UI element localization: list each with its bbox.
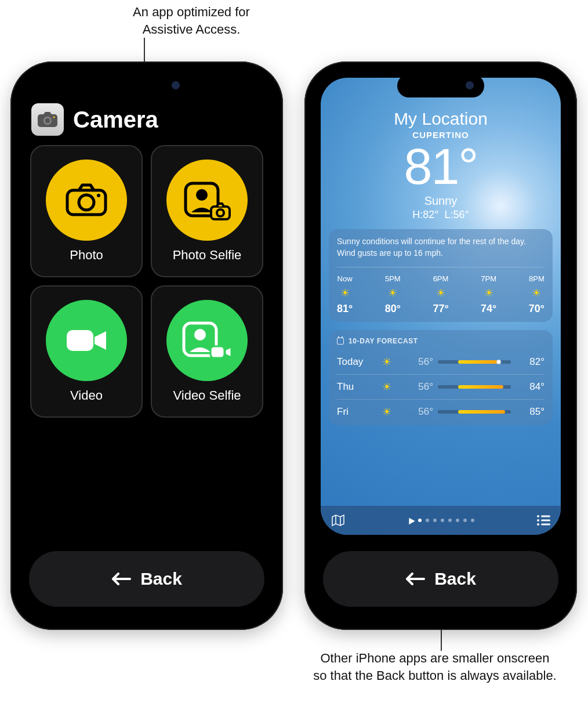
forecast-day-row: Today☀︎56°82° bbox=[337, 350, 545, 374]
sun-icon: ☀︎ bbox=[484, 287, 493, 299]
day-low: 56° bbox=[404, 356, 433, 368]
camera-tile-photo-selfie[interactable]: Photo Selfie bbox=[151, 145, 263, 277]
hourly-item: 5PM☀︎80° bbox=[385, 274, 401, 315]
svg-point-5 bbox=[79, 195, 94, 210]
callout-top: An app optimized for Assistive Access. bbox=[116, 3, 267, 38]
temp-range-bar bbox=[438, 360, 511, 364]
hour-time: 8PM bbox=[529, 274, 545, 283]
day-name: Thu bbox=[337, 381, 378, 393]
svg-point-6 bbox=[97, 194, 100, 197]
weather-current-temp: 81° bbox=[321, 141, 561, 192]
video-icon bbox=[46, 300, 127, 381]
camera-app-screen: Camera Photo bbox=[19, 70, 275, 622]
hourly-item: 8PM☀︎70° bbox=[529, 274, 545, 315]
svg-point-2 bbox=[45, 118, 50, 124]
arrow-left-icon bbox=[405, 573, 425, 585]
hour-time: 7PM bbox=[481, 274, 496, 283]
weather-app-screen: My Location CUPERTINO 81° Sunny H:82° L:… bbox=[313, 70, 569, 622]
weather-location-label: My Location bbox=[321, 109, 561, 129]
callout-bottom: Other iPhone apps are smaller onscreen s… bbox=[313, 650, 557, 684]
back-button[interactable]: Back bbox=[323, 551, 558, 607]
tile-label: Video bbox=[70, 388, 103, 403]
forecast-day-row: Fri☀︎56°85° bbox=[337, 399, 545, 424]
sun-icon: ☀︎ bbox=[382, 356, 400, 368]
ten-day-title: 10-DAY FORECAST bbox=[349, 337, 418, 345]
svg-point-19 bbox=[537, 523, 539, 526]
hour-time: Now bbox=[337, 274, 353, 283]
hour-temp: 77° bbox=[433, 303, 448, 315]
temp-range-bar bbox=[438, 410, 511, 414]
hourly-item: 6PM☀︎77° bbox=[433, 274, 448, 315]
forecast-day-row: Thu☀︎56°84° bbox=[337, 374, 545, 399]
hourly-item: 7PM☀︎74° bbox=[481, 274, 496, 315]
tile-label: Video Selfie bbox=[173, 388, 241, 403]
sun-icon: ☀︎ bbox=[382, 405, 400, 418]
arrow-left-icon bbox=[111, 573, 131, 585]
page-dots[interactable] bbox=[407, 517, 474, 523]
selfie-video-icon bbox=[166, 300, 248, 381]
camera-tile-video[interactable]: Video bbox=[30, 285, 143, 418]
day-name: Fri bbox=[337, 406, 378, 418]
svg-rect-11 bbox=[67, 330, 93, 351]
weather-condition: Sunny bbox=[321, 194, 561, 208]
sun-icon: ☀︎ bbox=[382, 381, 400, 393]
sun-icon: ☀︎ bbox=[436, 287, 445, 299]
svg-point-17 bbox=[537, 519, 539, 521]
hour-time: 5PM bbox=[385, 274, 401, 283]
selfie-photo-icon bbox=[166, 160, 248, 241]
tile-label: Photo Selfie bbox=[173, 248, 242, 263]
hour-temp: 81° bbox=[337, 303, 353, 315]
back-button[interactable]: Back bbox=[29, 551, 264, 607]
day-low: 56° bbox=[404, 406, 433, 418]
dynamic-island bbox=[103, 74, 190, 97]
day-low: 56° bbox=[404, 381, 433, 393]
day-name: Today bbox=[337, 356, 378, 368]
svg-point-8 bbox=[196, 189, 208, 201]
dynamic-island bbox=[397, 74, 484, 97]
weather-hi-lo: H:82° L:56° bbox=[321, 209, 561, 221]
location-arrow-icon bbox=[406, 516, 415, 525]
svg-rect-16 bbox=[541, 516, 550, 517]
hour-temp: 74° bbox=[481, 303, 496, 315]
day-high: 84° bbox=[516, 381, 545, 393]
phone-left: Camera Photo bbox=[10, 61, 283, 630]
svg-point-3 bbox=[53, 116, 55, 118]
camera-app-icon bbox=[31, 103, 64, 136]
day-high: 85° bbox=[516, 406, 545, 418]
temp-range-bar bbox=[438, 385, 511, 389]
camera-tile-video-selfie[interactable]: Video Selfie bbox=[151, 285, 263, 418]
sun-icon: ☀︎ bbox=[340, 287, 350, 299]
camera-title: Camera bbox=[73, 107, 158, 133]
back-label: Back bbox=[140, 569, 182, 589]
weather-hourly-card[interactable]: Sunny conditions will continue for the r… bbox=[329, 229, 553, 322]
svg-rect-14 bbox=[210, 346, 224, 358]
calendar-icon bbox=[337, 338, 344, 345]
svg-point-15 bbox=[537, 515, 539, 517]
tile-label: Photo bbox=[70, 248, 103, 263]
day-high: 82° bbox=[516, 356, 545, 368]
svg-point-13 bbox=[194, 329, 206, 340]
svg-rect-20 bbox=[541, 524, 550, 526]
weather-toolbar bbox=[321, 506, 561, 535]
hourly-item: Now☀︎81° bbox=[337, 274, 353, 315]
map-icon[interactable] bbox=[331, 514, 345, 527]
callout-line-bottom bbox=[441, 630, 442, 651]
list-icon[interactable] bbox=[536, 515, 550, 526]
weather-ten-day-card[interactable]: 10-DAY FORECAST Today☀︎56°82°Thu☀︎56°84°… bbox=[329, 330, 553, 425]
sun-icon: ☀︎ bbox=[388, 287, 397, 299]
camera-tile-photo[interactable]: Photo bbox=[30, 145, 143, 277]
back-label: Back bbox=[434, 569, 476, 589]
phone-right: My Location CUPERTINO 81° Sunny H:82° L:… bbox=[304, 61, 577, 630]
camera-icon bbox=[46, 160, 127, 241]
hour-time: 6PM bbox=[433, 274, 449, 283]
callout-line-top bbox=[144, 38, 145, 62]
weather-summary: Sunny conditions will continue for the r… bbox=[337, 236, 545, 259]
svg-rect-18 bbox=[541, 520, 550, 521]
hour-temp: 70° bbox=[529, 303, 545, 315]
hour-temp: 80° bbox=[385, 303, 401, 315]
sun-icon: ☀︎ bbox=[532, 287, 541, 299]
